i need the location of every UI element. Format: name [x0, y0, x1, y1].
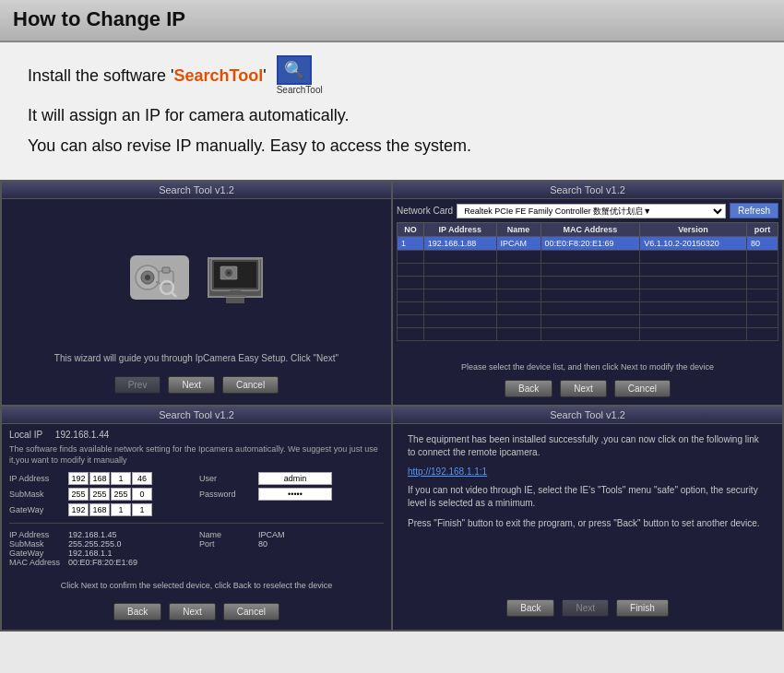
panel3-next-button[interactable]: Next	[169, 603, 216, 620]
readonly-gw-value: 192.168.1.1	[68, 549, 113, 558]
mask-octet4[interactable]	[132, 488, 152, 501]
ip-octet1[interactable]	[68, 472, 89, 485]
gw-octet3[interactable]	[111, 503, 131, 516]
panel2-next-button[interactable]: Next	[560, 380, 607, 397]
section-divider	[9, 523, 384, 524]
col-mac: MAC Address	[540, 223, 640, 237]
user-row: User	[199, 472, 384, 485]
panel1-description: This wizard will guide you through IpCam…	[36, 347, 357, 371]
panel2-status: Please select the device list, and then …	[397, 360, 778, 374]
ip-octet2[interactable]	[89, 472, 110, 485]
panel1-buttons: Prev Next Cancel	[114, 371, 279, 397]
panel1-prev-button[interactable]: Prev	[114, 376, 161, 394]
readonly-mask-label: SubMask	[9, 539, 65, 549]
svg-point-2	[145, 275, 150, 280]
gateway-input-group	[68, 503, 152, 516]
panel4-body: The equipment has been installed success…	[393, 424, 782, 630]
panel2-back-button[interactable]: Back	[505, 380, 552, 397]
monitor-icon	[208, 257, 263, 298]
svg-point-14	[227, 271, 231, 275]
ipcam-link[interactable]: http://192.168.1.1:1	[408, 466, 767, 477]
panel2-cancel-button[interactable]: Cancel	[614, 380, 671, 397]
panel4-buttons: Back Next Finish	[408, 594, 767, 620]
readonly-ip-row: IP Address 192.168.1.45	[9, 530, 194, 539]
gateway-row: GateWay	[9, 503, 194, 516]
table-row-empty	[398, 302, 778, 315]
panel1-cancel-button[interactable]: Cancel	[222, 376, 279, 394]
readonly-mask-row: SubMask 255.255.255.0	[9, 539, 194, 549]
readonly-gw-row: GateWay 192.168.1.1	[9, 549, 194, 558]
intro-line1: Install the software 'SearchTool' 🔍 Sear…	[28, 59, 756, 95]
readonly-gw-label: GateWay	[9, 549, 65, 558]
network-card-select[interactable]: Realtek PCIe FE Family Controller 数蟹优计划启…	[457, 204, 726, 218]
panel3-body: Local IP 192.168.1.44 The software finds…	[2, 424, 391, 630]
readonly-port-row: Port 80	[199, 539, 384, 549]
panels-grid: Search Tool v1.2	[0, 180, 784, 632]
readonly-mac-row: MAC Address 00:E0:F8:20:E1:69	[9, 558, 194, 567]
readonly-mac-value: 00:E0:F8:20:E1:69	[68, 558, 137, 567]
refresh-button[interactable]: Refresh	[730, 203, 778, 218]
page-title: How to Change IP	[13, 7, 771, 31]
col-ip: IP Address	[423, 223, 496, 237]
password-input[interactable]	[258, 488, 332, 501]
local-ip-label: Local IP	[9, 430, 42, 440]
col-port: port	[747, 223, 778, 237]
col-no: NO	[398, 223, 424, 237]
panel3-cancel-button[interactable]: Cancel	[223, 603, 279, 620]
ie-warning: If you can not video through IE, select …	[408, 484, 767, 510]
panel1-title: Search Tool v1.2	[2, 182, 391, 199]
panel1-icons	[130, 208, 263, 347]
panel2-buttons: Back Next Cancel	[397, 374, 778, 401]
finish-text: Press "Finish" button to exit the progra…	[408, 517, 767, 530]
panel1-next-button[interactable]: Next	[168, 376, 215, 394]
table-header-row: NO IP Address Name MAC Address Version p…	[398, 223, 778, 237]
mask-octet1[interactable]	[68, 488, 89, 501]
cell-version: V6.1.10.2-20150320	[640, 237, 747, 251]
ip-address-row: IP Address	[9, 472, 194, 485]
user-input[interactable]	[258, 472, 332, 485]
gw-octet2[interactable]	[89, 503, 110, 516]
ip-octet4[interactable]	[132, 472, 152, 485]
panel3-buttons: Back Next Cancel	[9, 597, 384, 624]
left-fields: IP Address SubMask	[9, 472, 194, 516]
panel3-desc: The software finds available network set…	[9, 444, 384, 466]
ip-address-label: IP Address	[9, 474, 65, 483]
svg-rect-4	[162, 267, 170, 273]
success-text: The equipment has been installed success…	[408, 433, 767, 459]
network-card-label: Network Card	[397, 206, 453, 216]
panel4-back-button[interactable]: Back	[506, 599, 554, 617]
readonly-mask-value: 255.255.255.0	[68, 539, 122, 549]
ip-input-group	[68, 472, 152, 485]
readonly-ip-value: 192.168.1.45	[68, 530, 117, 539]
camera-group	[130, 255, 189, 300]
table-row-empty	[398, 289, 778, 302]
device-table: NO IP Address Name MAC Address Version p…	[397, 222, 778, 341]
cell-no: 1	[398, 237, 424, 251]
readonly-left: IP Address 192.168.1.45 SubMask 255.255.…	[9, 530, 194, 567]
panel4-finish-button[interactable]: Finish	[616, 599, 669, 617]
local-ip-value: 192.168.1.44	[55, 430, 109, 440]
gw-octet4[interactable]	[132, 503, 152, 516]
cell-name: IPCAM	[496, 237, 540, 251]
gw-octet1[interactable]	[68, 503, 89, 516]
panel4-next-button[interactable]: Next	[562, 599, 609, 617]
table-row[interactable]: 1 192.168.1.88 IPCAM 00:E0:F8:20:E1:69 V…	[398, 237, 778, 251]
panel3-back-button[interactable]: Back	[113, 603, 161, 620]
panel4-title: Search Tool v1.2	[393, 407, 782, 424]
readonly-port-value: 80	[258, 539, 267, 549]
table-row-empty	[398, 264, 778, 277]
searchtool-icon: 🔍 SearchTool	[277, 55, 323, 95]
readonly-grid: IP Address 192.168.1.45 SubMask 255.255.…	[9, 530, 384, 567]
submask-input-group	[68, 488, 152, 501]
mask-octet3[interactable]	[111, 488, 131, 501]
panel-wizard: Search Tool v1.2	[1, 181, 392, 406]
page-header: How to Change IP	[0, 0, 784, 42]
mask-octet2[interactable]	[89, 488, 110, 501]
intro-line3: You can also revise IP manually. Easy to…	[28, 136, 756, 156]
table-row-empty	[398, 251, 778, 264]
password-label: Password	[199, 490, 255, 499]
readonly-mac-label: MAC Address	[9, 558, 65, 567]
local-ip-line: Local IP 192.168.1.44	[9, 430, 384, 440]
ip-octet3[interactable]	[111, 472, 131, 485]
cell-ip: 192.168.1.88	[423, 237, 496, 251]
